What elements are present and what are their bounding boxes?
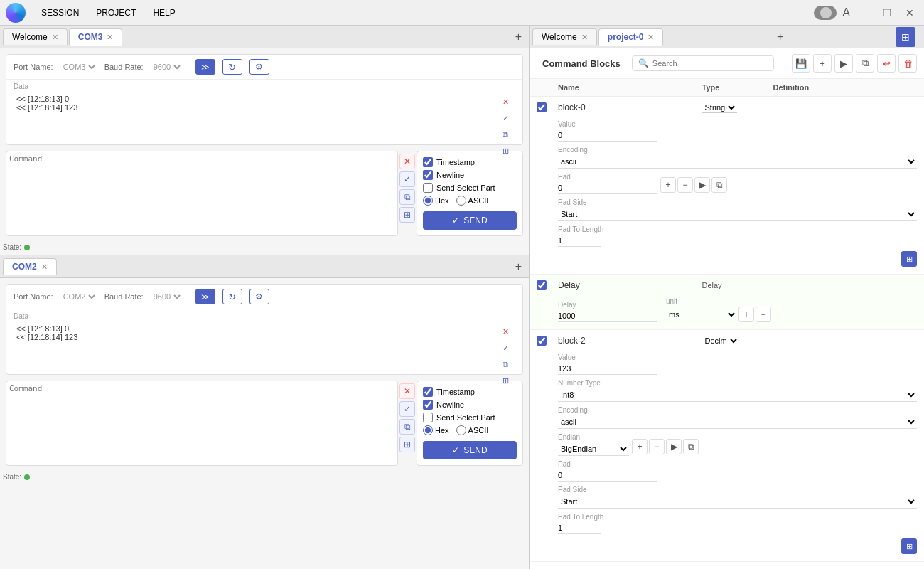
cmd-clear-btn[interactable]: ✕ xyxy=(399,154,415,169)
block-0-encoding-select[interactable]: ascii xyxy=(558,155,917,169)
block-0-minus-btn[interactable]: − xyxy=(677,177,693,193)
com3-command-input[interactable] xyxy=(9,154,394,233)
maximize-button[interactable]: ❐ xyxy=(879,4,896,21)
add-block-btn[interactable]: + xyxy=(813,54,832,73)
hex-radio[interactable] xyxy=(423,196,433,206)
nav-project[interactable]: PROJECT xyxy=(89,5,143,21)
com3-send-button[interactable]: ✓ SEND xyxy=(423,211,517,230)
com2-timestamp-checkbox[interactable] xyxy=(423,387,433,397)
block-0-special-btn[interactable]: ⊞ xyxy=(901,251,917,267)
send-select-part-checkbox[interactable] xyxy=(423,183,433,193)
block-2-special-btn[interactable]: ⊞ xyxy=(901,538,917,554)
com2-data-copy-btn[interactable]: ⧉ xyxy=(498,357,512,371)
refresh-button[interactable]: ↻ xyxy=(222,59,242,75)
block-0-type-select[interactable]: String xyxy=(702,102,737,113)
block-0-value-input[interactable] xyxy=(558,129,657,142)
cmd-check-btn[interactable]: ✓ xyxy=(399,171,415,187)
delay-unit-select[interactable]: ms s xyxy=(666,308,737,321)
com2-cmd-check-btn[interactable]: ✓ xyxy=(399,401,415,417)
block-0-checkbox[interactable] xyxy=(537,102,547,112)
tab-welcome-right[interactable]: Welcome ✕ xyxy=(532,28,597,45)
block-2-value-input[interactable] xyxy=(558,363,657,375)
tab-com2[interactable]: COM2 ✕ xyxy=(3,258,57,275)
data-copy-btn[interactable]: ⧉ xyxy=(498,127,512,142)
ascii-radio[interactable] xyxy=(456,196,466,206)
block-2-add-btn[interactable]: + xyxy=(632,439,648,454)
com2-cmd-copy-btn[interactable]: ⧉ xyxy=(399,419,415,435)
com2-hex-radio[interactable] xyxy=(423,425,433,435)
search-input[interactable] xyxy=(652,59,768,68)
com2-connect-button[interactable]: ≫ xyxy=(195,289,215,304)
tab-project-0[interactable]: project-0 ✕ xyxy=(598,28,664,46)
com2-cmd-export-btn[interactable]: ⊞ xyxy=(399,437,415,452)
delete-blocks-btn[interactable]: 🗑 xyxy=(898,54,917,73)
com2-data-check-btn[interactable]: ✓ xyxy=(498,341,512,355)
duplicate-blocks-btn[interactable]: ⧉ xyxy=(856,54,874,73)
tab-close-welcome[interactable]: ✕ xyxy=(52,33,58,42)
block-2-endian-select[interactable]: BigEndian xyxy=(558,442,629,456)
cmd-export-btn[interactable]: ⊞ xyxy=(399,207,415,223)
com2-send-button[interactable]: ✓ SEND xyxy=(423,441,517,459)
data-export-btn[interactable]: ⊞ xyxy=(498,144,512,158)
undo-blocks-btn[interactable]: ↩ xyxy=(877,54,896,73)
block-2-type-select[interactable]: Decim xyxy=(702,336,739,346)
settings-port-button[interactable]: ⚙ xyxy=(249,59,269,75)
delay-add-btn[interactable]: + xyxy=(738,307,754,322)
left-tab-bar-2: COM2 ✕ + xyxy=(0,255,529,278)
block-0-add-btn[interactable]: + xyxy=(660,177,676,193)
minimize-button[interactable]: — xyxy=(856,4,873,21)
tab-welcome-left[interactable]: Welcome ✕ xyxy=(3,28,68,45)
block-2-padlength-input[interactable] xyxy=(558,522,601,534)
com2-data-export-btn[interactable]: ⊞ xyxy=(498,373,512,388)
grid-view-btn[interactable]: ⊞ xyxy=(896,27,915,47)
tab-close-com2[interactable]: ✕ xyxy=(41,262,48,272)
tab-close-project[interactable]: ✕ xyxy=(648,33,654,42)
com2-send-select-part-checkbox[interactable] xyxy=(423,413,433,422)
delay-checkbox[interactable] xyxy=(537,280,547,290)
block-0-pad-input[interactable] xyxy=(558,182,657,194)
delay-minus-btn[interactable]: − xyxy=(756,307,771,322)
add-tab-left-2[interactable]: + xyxy=(511,260,526,273)
com2-command-input[interactable] xyxy=(9,384,394,462)
cmd-copy-btn[interactable]: ⧉ xyxy=(399,189,415,205)
data-check-btn[interactable]: ✓ xyxy=(498,111,512,125)
timestamp-checkbox[interactable] xyxy=(423,157,433,167)
block-2-copy-btn[interactable]: ⧉ xyxy=(683,439,699,454)
block-0-play-btn[interactable]: ▶ xyxy=(694,177,710,193)
save-blocks-btn[interactable]: 💾 xyxy=(792,54,810,73)
connect-button[interactable]: ≫ xyxy=(195,59,215,75)
block-0-padlength-input[interactable] xyxy=(558,235,601,247)
com2-ascii-radio[interactable] xyxy=(456,425,466,435)
block-2-encoding-select[interactable]: ascii xyxy=(558,415,917,429)
tab-com3[interactable]: COM3 ✕ xyxy=(69,28,123,46)
block-2-checkbox[interactable] xyxy=(537,336,547,346)
run-blocks-btn[interactable]: ▶ xyxy=(834,54,853,73)
block-2-pad-input[interactable] xyxy=(558,469,657,482)
add-tab-right[interactable]: + xyxy=(773,31,788,43)
block-2-play-btn[interactable]: ▶ xyxy=(666,439,682,454)
baud-rate-select[interactable]: 9600 xyxy=(151,62,183,72)
tab-close-com3[interactable]: ✕ xyxy=(107,33,113,42)
block-0-padside-select[interactable]: Start xyxy=(558,208,917,221)
close-button[interactable]: ✕ xyxy=(901,4,918,21)
nav-session[interactable]: SESSION xyxy=(34,5,86,21)
com2-port-name-select[interactable]: COM2 xyxy=(60,292,97,302)
newline-checkbox[interactable] xyxy=(423,170,433,180)
add-tab-left[interactable]: + xyxy=(511,31,526,43)
block-2-minus-btn[interactable]: − xyxy=(649,439,665,454)
block-0-copy-btn[interactable]: ⧉ xyxy=(711,177,727,193)
settings-toggle[interactable] xyxy=(814,6,837,20)
port-name-select[interactable]: COM3 xyxy=(60,62,97,72)
com2-settings-port-button[interactable]: ⚙ xyxy=(249,289,269,304)
nav-help[interactable]: HELP xyxy=(146,5,182,21)
com2-cmd-clear-btn[interactable]: ✕ xyxy=(399,383,415,399)
data-clear-btn[interactable]: ✕ xyxy=(498,95,512,109)
block-2-numtype-select[interactable]: Int8 xyxy=(558,388,917,402)
block-2-padside-select[interactable]: Start xyxy=(558,495,917,509)
com2-newline-checkbox[interactable] xyxy=(423,400,433,410)
com2-baud-rate-select[interactable]: 9600 xyxy=(151,292,183,302)
delay-value-input[interactable] xyxy=(558,310,657,322)
tab-close-welcome-right[interactable]: ✕ xyxy=(581,33,588,42)
com2-data-clear-btn[interactable]: ✕ xyxy=(498,324,512,339)
com2-refresh-button[interactable]: ↻ xyxy=(222,289,242,304)
